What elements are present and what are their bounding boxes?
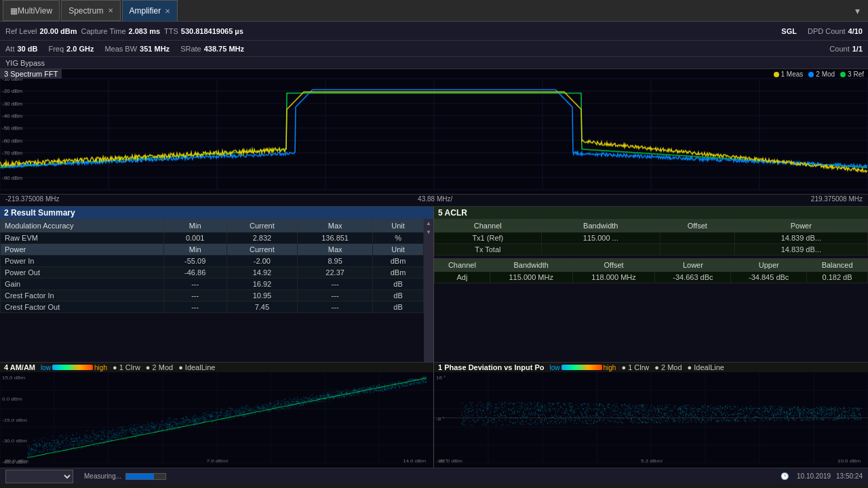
amam-chart (0, 372, 433, 464)
aclr2-row-adj: Adj 115.000 MHz 118.000 MHz -34.663 dBc … (435, 272, 868, 283)
cell-raw-evm-max: 136.851 (298, 232, 373, 244)
aclr-header: 5 ACLR (434, 207, 868, 219)
row-power-in: Power In -55.09 -2.00 8.95 dBm (1, 256, 424, 267)
legend-meas-dot (774, 72, 779, 77)
cell-power-in-current: -2.00 (226, 256, 297, 267)
aclr-table-1: Channel Bandwidth Offset Power Tx1 (Ref)… (434, 219, 868, 256)
cell-crest-out-min: --- (163, 302, 226, 313)
aclr-tx1-bw: 115.000 ... (541, 232, 660, 244)
row-power-out: Power Out -46.86 14.92 22.37 dBm (1, 267, 424, 279)
srate-item: SRate 438.75 MHz (180, 45, 244, 53)
capture-time-value: 2.083 ms (129, 27, 160, 35)
clock-icon: 🕐 (781, 472, 789, 480)
aclr-txtotal-offset (660, 244, 734, 256)
dpd-count-item: DPD Count 4/10 (808, 27, 863, 35)
amam-section: 4 AM/AM low high ● 1 Clrw ● 2 Mod ● Idea… (0, 363, 434, 468)
tab-amplifier-close[interactable]: ✕ (165, 7, 170, 15)
amam-low-high: low high (41, 364, 107, 371)
legend-meas-label: 1 Meas (781, 70, 804, 78)
power-header-cell: Power (1, 244, 164, 256)
aclr-row-txtotal: Tx Total 14.839 dB... (435, 244, 868, 256)
scroll-down-icon[interactable]: ▼ (425, 228, 433, 237)
srate-label: SRate (180, 45, 201, 53)
datetime: 10.10.2019 13:50:24 (797, 472, 863, 480)
phase-section: 1 Phase Deviation vs Input Po low high ●… (434, 363, 868, 468)
capture-time-label: Capture Time (81, 27, 126, 35)
legend-mod-label: 2 Mod (816, 70, 835, 78)
scroll-up-icon[interactable]: ▲ (425, 219, 433, 228)
aclr-row-tx1: Tx1 (Ref) 115.000 ... 14.839 dB... (435, 232, 868, 244)
count-item: Count 1/1 (829, 45, 863, 53)
spectrum-legend: 1 Meas 2 Mod 3 Ref (774, 70, 865, 78)
aclr-col-bandwidth: Bandwidth (541, 220, 660, 232)
tab-amplifier-label: Amplifier (130, 6, 161, 16)
cell-crest-out-current: 7.45 (226, 302, 297, 313)
freq-value: 2.0 GHz (66, 45, 94, 53)
row-raw-evm: Raw EVM 0.001 2.832 136.851 % (1, 232, 424, 244)
tab-spectrum-close[interactable]: ✕ (108, 7, 113, 14)
amam-high-label: high (94, 364, 107, 371)
aclr-table-2: Channel Bandwidth Offset Lower Upper Bal… (434, 258, 868, 283)
aclr-section: 5 ACLR Channel Bandwidth Offset Power Tx… (434, 207, 868, 362)
col-current: Current (226, 220, 297, 232)
aclr2-adj-upper: -34.845 dBc (731, 272, 807, 283)
bottom-dropdown[interactable] (5, 470, 73, 483)
count-label: Count (829, 45, 849, 53)
cell-raw-evm-name: Raw EVM (1, 232, 164, 244)
amam-legend-clrw: ● 1 Clrw (113, 363, 140, 371)
aclr-col-channel: Channel (435, 220, 542, 232)
result-summary: 2 Result Summary Modulation Accuracy Min… (0, 207, 434, 362)
row-crest-out: Crest Factor Out --- 7.45 --- dB (1, 302, 424, 313)
info-bar-1: Ref Level 20.00 dBm Capture Time 2.083 m… (0, 22, 868, 41)
tab-spectrum-label: Spectrum (68, 6, 103, 16)
aclr2-col-bandwidth: Bandwidth (490, 259, 572, 272)
tab-overflow[interactable]: ▾ (850, 5, 865, 16)
aclr-txtotal-power: 14.839 dB... (734, 244, 867, 256)
cell-power-in-name: Power In (1, 256, 164, 267)
info-right-1: SGL DPD Count 4/10 (781, 27, 863, 35)
legend-mod: 2 Mod (808, 70, 835, 78)
info-bar-2: Att 30 dB Freq 2.0 GHz Meas BW 351 MHz S… (0, 41, 868, 57)
aclr2-adj-balanced: 0.182 dB (807, 272, 868, 283)
aclr2-adj-bw: 115.000 MHz (490, 272, 572, 283)
cell-gain-max: --- (298, 279, 373, 290)
ref-level-label: Ref Level (5, 27, 37, 35)
legend-ref-label: 3 Ref (848, 70, 864, 78)
yig-bypass-row: YIG Bypass (0, 57, 868, 69)
cell-gain-name: Gain (1, 279, 164, 290)
cell-gain-min: --- (163, 279, 226, 290)
aclr2-col-balanced: Balanced (807, 259, 868, 272)
power-col-max: Max (298, 244, 373, 256)
amam-header: 4 AM/AM low high ● 1 Clrw ● 2 Mod ● Idea… (0, 363, 433, 372)
phase-gradient-bar (561, 365, 602, 370)
tab-spectrum[interactable]: Spectrum ✕ (61, 0, 120, 21)
cell-power-in-min: -55.09 (163, 256, 226, 267)
dpd-count-label: DPD Count (808, 27, 846, 35)
tab-multiview[interactable]: ▦ MultiView (3, 0, 60, 21)
amam-legend-idealline: ● IdealLine (178, 363, 215, 371)
spectrum-canvas (0, 69, 868, 194)
aclr-txtotal-bw (541, 244, 660, 256)
cell-raw-evm-current: 2.832 (226, 232, 297, 244)
power-header-row: Power Min Current Max Unit (1, 244, 424, 256)
tab-amplifier[interactable]: Amplifier ✕ (122, 0, 178, 21)
tts-value: 530.818419065 µs (181, 27, 243, 35)
middle-section: 2 Result Summary Modulation Accuracy Min… (0, 207, 868, 363)
cell-power-out-max: 22.37 (298, 267, 373, 279)
cell-raw-evm-min: 0.001 (163, 232, 226, 244)
freq-left: -219.375008 MHz (5, 195, 60, 205)
cell-power-out-name: Power Out (1, 267, 164, 279)
col-max: Max (298, 220, 373, 232)
progress-fill (126, 474, 154, 479)
aclr-col-power: Power (734, 220, 867, 232)
phase-legend-mod: ● 2 Mod (654, 363, 682, 371)
scroll-indicator[interactable]: ▲ ▼ (424, 219, 433, 362)
bottom-section: 4 AM/AM low high ● 1 Clrw ● 2 Mod ● Idea… (0, 363, 868, 468)
aclr2-col-offset: Offset (572, 259, 655, 272)
att-label: Att (5, 45, 14, 53)
cell-crest-in-current: 10.95 (226, 290, 297, 302)
cell-crest-in-unit: dB (373, 290, 424, 302)
cell-power-in-unit: dBm (373, 256, 424, 267)
aclr2-col-upper: Upper (731, 259, 807, 272)
amam-low-label: low (41, 364, 51, 371)
